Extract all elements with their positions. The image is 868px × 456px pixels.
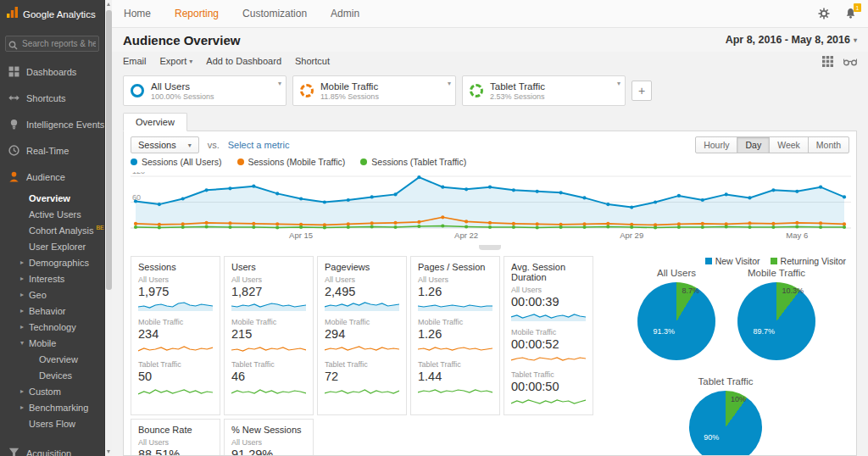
nav-admin[interactable]: Admin [331, 8, 359, 19]
google-analytics-logo[interactable]: Google Analytics [0, 0, 104, 28]
metric-title[interactable]: Users [231, 262, 306, 272]
visitor-pie-chart[interactable]: 10%90% [689, 391, 762, 456]
sidebar-scrollbar[interactable] [104, 0, 112, 456]
sidebar-item-shortcuts[interactable]: Shortcuts [0, 85, 104, 111]
returning-pct-label: 8.7% [682, 286, 699, 295]
shortcut-button[interactable]: Shortcut [295, 56, 330, 66]
segment-label: All Users [138, 275, 213, 284]
pie-legend-label: New Visitor [715, 256, 760, 266]
insights-glasses-icon[interactable] [843, 57, 857, 66]
sidebar-item-cohort-analysis[interactable]: Cohort AnalysisBETA [0, 222, 104, 238]
metric-title[interactable]: Pageviews [325, 262, 399, 272]
chevron-down-icon[interactable]: ▾ [448, 80, 451, 87]
sidebar-item-users-flow[interactable]: Users Flow [0, 415, 104, 431]
sparkline-chart [138, 342, 213, 353]
scrollbar-thumb[interactable] [106, 10, 112, 290]
sidebar-item-label: Active Users [29, 209, 81, 220]
metric-select[interactable]: Sessions ▾ [131, 136, 199, 153]
sparkline-chart [231, 342, 306, 353]
metric-title[interactable]: Bounce Rate [138, 425, 213, 435]
nav-home[interactable]: Home [124, 8, 151, 19]
report-grid-icon[interactable] [822, 56, 833, 67]
sidebar-item-benchmarking[interactable]: ▸Benchmarking [0, 399, 104, 415]
segment-label: All Users [231, 438, 306, 447]
granularity-week[interactable]: Week [769, 136, 809, 153]
chevron-down-icon[interactable]: ▾ [278, 80, 281, 87]
nav-customization[interactable]: Customization [242, 8, 307, 19]
segment-card-all-users[interactable]: All Users100.00% Sessions▾ [123, 75, 287, 106]
granularity-month[interactable]: Month [808, 136, 849, 153]
sidebar-item-demographics[interactable]: ▸Demographics [0, 254, 104, 270]
sidebar-item-label: Overview [39, 354, 78, 364]
segment-row: All Users100.00% Sessions▾Mobile Traffic… [112, 70, 868, 106]
vs-label: vs. [208, 140, 220, 150]
metric-value: 2,495 [325, 285, 399, 298]
legend-dot-icon [131, 158, 137, 165]
metric-title[interactable]: % New Sessions [231, 425, 306, 435]
sidebar-item-real-time[interactable]: Real-Time [0, 137, 104, 164]
sidebar-item-active-users[interactable]: Active Users [0, 206, 104, 222]
notifications-bell-icon[interactable]: 1 [845, 8, 856, 19]
date-range-selector[interactable]: Apr 8, 2016 - May 8, 2016 ▾ [726, 34, 857, 46]
select-a-metric-link[interactable]: Select a metric [228, 140, 290, 150]
settings-gear-icon[interactable] [818, 8, 830, 19]
chevron-down-icon: ▾ [18, 339, 26, 347]
sidebar-item-audience[interactable]: Audience [0, 164, 104, 190]
nav-reporting[interactable]: Reporting [175, 8, 219, 19]
visitor-pie-chart[interactable]: 8.7%91.3% [637, 282, 715, 360]
sidebar-item-mobile[interactable]: ▾Mobile [0, 335, 104, 351]
sidebar-item-interests[interactable]: ▸Interests [0, 270, 104, 286]
sidebar-item-label: Users Flow [29, 419, 75, 429]
scrollbar-up-arrow-icon[interactable] [105, 0, 113, 8]
sidebar-item-geo[interactable]: ▸Geo [0, 286, 104, 303]
sidebar-item-acquisition[interactable]: Acquisition [0, 440, 104, 456]
sidebar-item-label: Overview [29, 193, 70, 203]
metric-segment-all-users: All Users2,495 [325, 275, 399, 314]
metric-card-new-sessions: % New SessionsAll Users91.29%Mobile Traf… [224, 419, 314, 456]
metric-title[interactable]: Avg. Session Duration [511, 262, 586, 282]
beta-badge: BETA [96, 225, 104, 231]
email-button[interactable]: Email [123, 56, 147, 66]
legend-item: Sessions (Tablet Traffic) [360, 157, 466, 167]
brand-name: Google Analytics [23, 9, 96, 19]
search-input[interactable] [5, 36, 99, 52]
visitor-pie-chart[interactable]: 10.3%89.7% [737, 282, 815, 360]
sidebar-item-behavior[interactable]: ▸Behavior [0, 303, 104, 319]
metric-title[interactable]: Pages / Session [418, 262, 492, 272]
add-segment-button[interactable]: + [632, 81, 652, 101]
add-to-dashboard-button[interactable]: Add to Dashboard [206, 56, 281, 66]
sidebar-item-intelligence-events[interactable]: Intelligence Events [0, 111, 104, 137]
chevron-right-icon: ▸ [18, 275, 26, 282]
sidebar-item-custom[interactable]: ▸Custom [0, 383, 104, 399]
sidebar-item-technology[interactable]: ▸Technology [0, 319, 104, 335]
sidebar-item-dashboards[interactable]: Dashboards [0, 58, 104, 85]
metric-value: 88.51% [138, 448, 213, 456]
tab-overview[interactable]: Overview [123, 113, 187, 131]
sessions-timeseries-chart[interactable]: 60120Apr 15Apr 22Apr 29May 6 [131, 172, 851, 242]
metric-segment-all-users: All Users1,827 [231, 275, 306, 314]
chevron-down-icon: ▾ [188, 142, 192, 149]
granularity-day[interactable]: Day [737, 136, 770, 153]
new-pct-label: 89.7% [753, 327, 775, 336]
segment-label: All Users [138, 438, 213, 447]
sidebar-item-devices[interactable]: Devices [0, 367, 104, 383]
chart-resize-handle[interactable] [479, 245, 501, 250]
sidebar-item-overview[interactable]: Overview [0, 351, 104, 367]
metric-title[interactable]: Sessions [138, 262, 213, 272]
chevron-down-icon[interactable]: ▾ [617, 80, 620, 87]
scrollbar-down-arrow-icon[interactable] [105, 448, 113, 456]
segment-card-mobile-traffic[interactable]: Mobile Traffic11.85% Sessions▾ [292, 75, 456, 106]
sidebar-item-user-explorer[interactable]: User Explorer [0, 238, 104, 254]
sparkline-chart [231, 385, 306, 396]
granularity-hourly[interactable]: Hourly [695, 136, 737, 153]
chevron-right-icon: ▸ [18, 387, 26, 395]
sidebar-item-label: Demographics [29, 258, 89, 268]
segment-label: Mobile Traffic [511, 328, 586, 336]
export-button[interactable]: Export▾ [160, 56, 193, 66]
sidebar-item-overview[interactable]: Overview [0, 190, 104, 206]
segment-card-tablet-traffic[interactable]: Tablet Traffic2.53% Sessions▾ [462, 75, 626, 106]
metric-segment-all-users: All Users1.26 [418, 275, 492, 314]
sidebar-search [5, 35, 99, 52]
metric-value: 00:00:50 [511, 380, 586, 393]
metric-segment-tablet-traffic: Tablet Traffic46 [231, 360, 306, 399]
